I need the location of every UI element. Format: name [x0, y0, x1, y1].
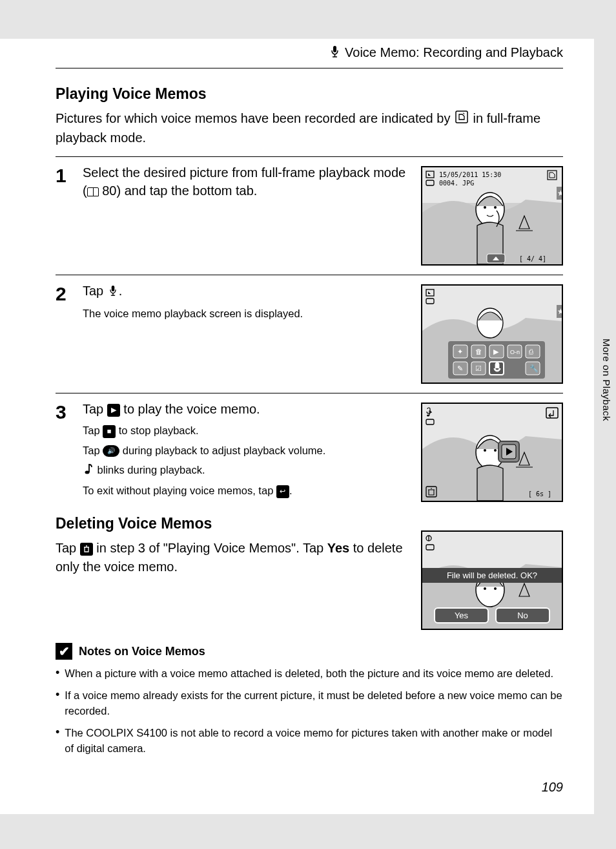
screen-timestamp: 15/05/2011 15:30 [439, 171, 501, 178]
svg-text:✦: ✦ [457, 348, 463, 355]
section-heading-playing: Playing Voice Memos [56, 85, 563, 103]
svg-point-57 [484, 587, 486, 590]
step-1: 1 Select the desired picture from full-f… [56, 156, 563, 275]
check-icon: ✔ [56, 643, 72, 660]
svg-point-8 [494, 206, 497, 209]
svg-point-58 [494, 587, 497, 590]
notes-header: ✔ Notes on Voice Memos [56, 643, 563, 660]
step-3-sub-stop: Tap ■ to stop playback. [83, 422, 411, 439]
svg-text:[   6s ]: [ 6s ] [528, 490, 551, 498]
delete-screen: File will be deleted. OK? Yes No [421, 530, 563, 630]
svg-text:★: ★ [557, 189, 562, 198]
step-3-sub-blink: blinks during playback. [83, 461, 411, 479]
dialog-no-button[interactable]: No [495, 607, 550, 624]
page-number: 109 [542, 780, 563, 795]
svg-text:★: ★ [557, 307, 562, 316]
svg-text:✎: ✎ [457, 364, 463, 372]
svg-text:⎙: ⎙ [529, 348, 533, 355]
svg-text:O-n: O-n [510, 349, 520, 355]
header-bar: Voice Memo: Recording and Playback [56, 45, 563, 68]
step-1-screen: 15/05/2011 15:30 0004. JPG ★ [ 4/ 4] [421, 166, 563, 266]
notes-title: Notes on Voice Memos [79, 645, 205, 658]
screen-filename: 0004. JPG [439, 180, 474, 187]
step-2-sub: The voice memo playback screen is displa… [83, 305, 411, 322]
step-number: 1 [56, 163, 72, 185]
step-2-screen: ★ ✦ 🗑 ▶ O-n ⎙ ✎ [421, 284, 563, 384]
book-ref-icon [87, 187, 99, 196]
step-3: 3 Tap ▶ to play the voice memo. Tap ■ to… [56, 393, 563, 511]
svg-rect-0 [333, 46, 336, 52]
dialog-prompt: File will be deleted. OK? [422, 568, 562, 583]
step-3-sub-exit: To exit without playing voice memos, tap… [83, 482, 411, 499]
notes-list: When a picture with a voice memo attache… [56, 666, 563, 757]
svg-text:🗑: 🗑 [475, 348, 482, 355]
step-number: 2 [56, 282, 72, 304]
deleting-body: Tap in step 3 of "Playing Voice Memos". … [56, 539, 408, 576]
note-item: If a voice memo already exists for the c… [65, 688, 563, 719]
svg-text:▶: ▶ [493, 348, 499, 355]
stop-icon: ■ [103, 425, 116, 438]
voice-memo-indicator-icon [455, 110, 468, 129]
step-3-sub-volume: Tap 🔊 during playback to adjust playback… [83, 442, 411, 459]
svg-text:[   4/    4]: [ 4/ 4] [519, 255, 546, 262]
header-title: Voice Memo: Recording and Playback [345, 45, 563, 59]
note-item: The COOLPIX S4100 is not able to record … [65, 726, 563, 757]
mic-icon [108, 283, 118, 301]
play-icon: ▶ [107, 404, 120, 417]
side-label: More on Playback [601, 339, 612, 421]
step-number: 3 [56, 400, 72, 422]
step-2-title: Tap . [83, 282, 411, 301]
trash-icon [80, 543, 93, 556]
step-1-title: Select the desired picture from full-fra… [83, 163, 411, 200]
svg-rect-3 [456, 111, 467, 123]
volume-icon: 🔊 [103, 445, 119, 457]
page: Voice Memo: Recording and Playback Playi… [0, 39, 594, 814]
svg-point-7 [484, 206, 486, 209]
note-item: When a picture with a voice memo attache… [65, 666, 553, 682]
svg-text:☑: ☑ [475, 364, 482, 372]
back-icon: ↩ [276, 485, 289, 498]
svg-point-47 [494, 449, 497, 452]
step-3-screen: [ 6s ] [421, 403, 563, 502]
dialog-yes-button[interactable]: Yes [434, 607, 489, 624]
step-2: 2 Tap . The voice memo playback screen i… [56, 275, 563, 393]
note-icon [84, 463, 93, 479]
intro-text: Pictures for which voice memos have been… [56, 109, 563, 147]
svg-text:🔧: 🔧 [529, 364, 539, 373]
mic-icon [330, 45, 340, 61]
svg-rect-16 [112, 286, 115, 291]
svg-point-46 [484, 449, 486, 452]
step-3-title: Tap ▶ to play the voice memo. [83, 400, 411, 418]
section-heading-deleting: Deleting Voice Memos [56, 515, 408, 532]
